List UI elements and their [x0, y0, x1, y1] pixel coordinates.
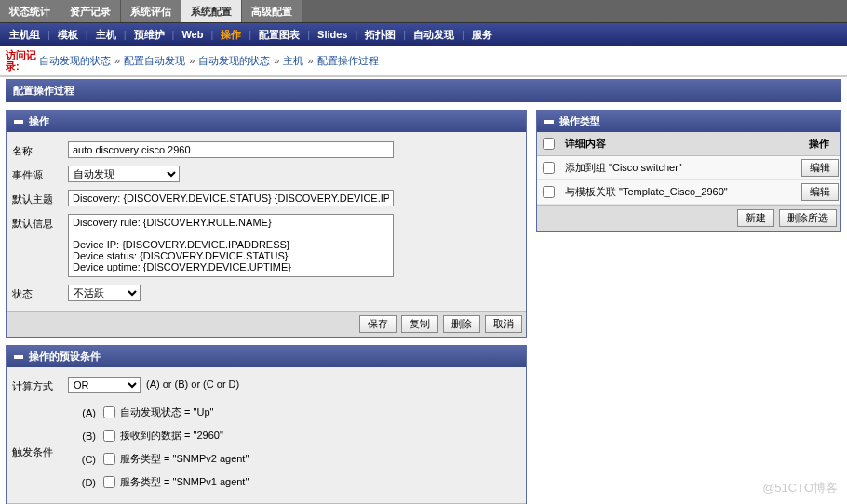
breadcrumb-item[interactable]: 自动发现的状态 — [39, 54, 111, 68]
row-checkbox[interactable] — [543, 162, 555, 174]
condition-list: (A) 自动发现状态 = "Up" (B) 接收到的数据 = "2960" (C… — [68, 401, 249, 494]
top-tab-assets[interactable]: 资产记录 — [60, 0, 121, 22]
eventsource-label: 事件源 — [12, 166, 68, 182]
sub-tab-topology[interactable]: 拓扑图 — [359, 28, 401, 42]
op-btn-bar: 保存 复制 删除 取消 — [7, 311, 526, 337]
edit-button[interactable]: 编辑 — [801, 159, 839, 177]
top-tab-advanced[interactable]: 高级配置 — [242, 0, 302, 22]
condition-text: 服务类型 = "SNMPv1 agent" — [120, 475, 249, 489]
condition-row: (C) 服务类型 = "SNMPv2 agent" — [68, 447, 249, 471]
breadcrumb-item[interactable]: 主机 — [283, 54, 303, 68]
sub-tab-services[interactable]: 服务 — [466, 28, 498, 42]
trigger-label: 触发条件 — [12, 401, 68, 459]
name-label: 名称 — [12, 141, 68, 158]
collapse-icon — [544, 117, 554, 126]
delete-button[interactable]: 删除 — [443, 315, 480, 333]
op-type-table: 详细内容 操作 添加到组 "Cisco switcher" 编辑 与模板关联 "… — [537, 132, 840, 205]
breadcrumb-item[interactable]: 自动发现的状态 — [198, 54, 270, 68]
name-input[interactable] — [68, 141, 394, 158]
edit-button[interactable]: 编辑 — [801, 183, 839, 201]
op-type-detail: 添加到组 "Cisco switcher" — [559, 156, 798, 180]
conditions-panel-header[interactable]: 操作的预设条件 — [7, 346, 526, 367]
sub-tab-ops[interactable]: 操作 — [215, 28, 247, 42]
table-row: 与模板关联 "Template_Cisco_2960" 编辑 — [537, 180, 840, 205]
history-label: 访问记录: — [6, 49, 39, 72]
condition-row: (B) 接收到的数据 = "2960" — [68, 424, 249, 447]
sub-tab-charts[interactable]: 配置图表 — [253, 28, 305, 42]
calc-hint: (A) or (B) or (C or D) — [146, 377, 239, 390]
delete-selected-op-types-button[interactable]: 删除所选 — [779, 209, 837, 227]
sub-tab-hostgroups[interactable]: 主机组 — [4, 28, 46, 42]
condition-key: (C) — [68, 454, 96, 465]
sub-tab-web[interactable]: Web — [176, 29, 208, 40]
sub-tab-hosts[interactable]: 主机 — [90, 28, 122, 42]
default-subject-input[interactable] — [68, 190, 394, 206]
breadcrumb-item[interactable]: 配置操作过程 — [317, 54, 379, 68]
op-type-panel: 操作类型 详细内容 操作 添加到组 "Cisco switcher" 编辑 与模… — [536, 110, 841, 232]
op-type-panel-title: 操作类型 — [559, 114, 600, 128]
collapse-icon — [14, 117, 23, 126]
conditions-panel-title: 操作的预设条件 — [29, 350, 101, 364]
condition-text: 自动发现状态 = "Up" — [120, 405, 213, 419]
condition-checkbox[interactable] — [103, 406, 115, 418]
sub-tab-maint[interactable]: 预维护 — [128, 28, 170, 42]
svg-rect-1 — [14, 355, 23, 359]
svg-rect-0 — [14, 120, 23, 124]
op-type-btn-bar: 新建 删除所选 — [537, 205, 840, 231]
svg-rect-2 — [544, 120, 554, 124]
default-info-label: 默认信息 — [12, 214, 68, 231]
status-label: 状态 — [12, 285, 68, 301]
default-info-textarea[interactable] — [68, 214, 394, 277]
top-tab-eval[interactable]: 系统评估 — [121, 0, 182, 22]
operation-panel-title: 操作 — [29, 114, 49, 128]
collapse-icon — [14, 352, 23, 362]
cancel-button[interactable]: 取消 — [485, 315, 522, 333]
watermark: @51CTO博客 — [762, 480, 838, 497]
default-subject-label: 默认主题 — [12, 190, 68, 206]
condition-row: (D) 服务类型 = "SNMPv1 agent" — [68, 471, 249, 494]
condition-checkbox[interactable] — [103, 430, 115, 442]
op-type-panel-header[interactable]: 操作类型 — [537, 111, 840, 132]
top-tab-config[interactable]: 系统配置 — [182, 0, 242, 22]
breadcrumb: 自动发现的状态» 配置自动发现» 自动发现的状态» 主机» 配置操作过程 — [39, 54, 379, 68]
save-button[interactable]: 保存 — [359, 315, 397, 333]
copy-button[interactable]: 复制 — [401, 315, 438, 333]
status-select[interactable]: 不活跃 — [68, 285, 141, 301]
history-row: 访问记录: 自动发现的状态» 配置自动发现» 自动发现的状态» 主机» 配置操作… — [0, 46, 847, 77]
top-tab-status[interactable]: 状态统计 — [0, 0, 60, 22]
condition-key: (A) — [68, 407, 96, 418]
condition-key: (D) — [68, 477, 96, 488]
condition-text: 接收到的数据 = "2960" — [120, 429, 223, 443]
operation-panel-header[interactable]: 操作 — [7, 111, 526, 132]
top-nav: 状态统计 资产记录 系统评估 系统配置 高级配置 — [0, 0, 847, 23]
conditions-panel: 操作的预设条件 计算方式 OR (A) or (B) or (C or D) 触… — [6, 345, 527, 504]
row-checkbox[interactable] — [543, 186, 555, 198]
condition-key: (B) — [68, 431, 96, 442]
condition-text: 服务类型 = "SNMPv2 agent" — [120, 452, 249, 466]
condition-checkbox[interactable] — [103, 476, 115, 488]
sub-nav: 主机组| 模板| 主机| 预维护| Web| 操作| 配置图表| Slides|… — [0, 23, 847, 46]
sub-tab-discovery[interactable]: 自动发现 — [408, 28, 460, 42]
sub-tab-slides[interactable]: Slides — [312, 29, 353, 40]
eventsource-select[interactable]: 自动发现 — [68, 166, 180, 182]
table-row: 添加到组 "Cisco switcher" 编辑 — [537, 156, 840, 180]
breadcrumb-item[interactable]: 配置自动发现 — [124, 54, 185, 68]
select-all-checkbox[interactable] — [543, 138, 555, 150]
condition-row: (A) 自动发现状态 = "Up" — [68, 401, 249, 424]
calc-label: 计算方式 — [12, 377, 68, 393]
op-header: 操作 — [798, 132, 840, 156]
detail-header: 详细内容 — [559, 132, 798, 156]
page-title: 配置操作过程 — [6, 79, 841, 102]
sub-tab-templates[interactable]: 模板 — [52, 28, 84, 42]
operation-panel: 操作 名称 事件源 自动发现 默认主题 默认信息 — [6, 110, 527, 338]
table-header-row: 详细内容 操作 — [537, 132, 840, 156]
new-op-type-button[interactable]: 新建 — [737, 209, 774, 227]
op-type-detail: 与模板关联 "Template_Cisco_2960" — [559, 180, 798, 205]
condition-checkbox[interactable] — [103, 453, 115, 465]
calc-select[interactable]: OR — [68, 377, 141, 393]
